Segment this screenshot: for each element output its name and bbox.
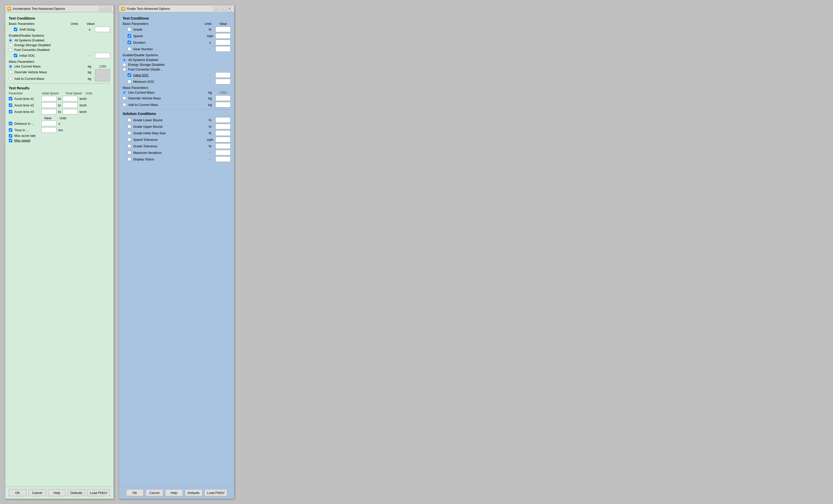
app-icon-2: M [121, 7, 125, 11]
add-mass-label-2: Add to Current Mass [128, 103, 205, 107]
ok-button-1[interactable]: OK [9, 489, 26, 496]
window2-content: Test Conditions Basic Parameters Units V… [119, 12, 234, 486]
energy-storage-row: Energy Storage Disabled [9, 43, 110, 47]
solution-conditions-title: Solution Conditions [123, 112, 231, 116]
grade-test-window: M Grade Test Advanced Options — □ ✕ Test… [119, 5, 234, 499]
all-systems-radio-2[interactable] [123, 58, 126, 62]
override-mass-value[interactable]: 1350 [95, 69, 110, 75]
fuel-converter-radio[interactable] [9, 48, 12, 52]
add-mass-value[interactable]: 0 [95, 76, 110, 81]
duration-checkbox[interactable] [127, 41, 131, 44]
time-checkbox[interactable] [9, 128, 12, 132]
load-pngv-button-2[interactable]: Load PNGV [205, 489, 227, 496]
maximize-button-2[interactable]: □ [220, 6, 225, 11]
grade-initial-step-checkbox[interactable] [127, 131, 131, 135]
grade-upper-bound-value[interactable]: 10 [215, 124, 231, 129]
override-mass-radio[interactable] [9, 70, 12, 74]
minimum-soc-checkbox[interactable] [127, 80, 131, 83]
add-mass-label: Add to Current Mass [14, 77, 84, 81]
all-systems-radio[interactable] [9, 39, 12, 42]
override-mass-units: kg [85, 70, 94, 74]
initial-soc-value-2[interactable]: 0.6 [215, 72, 231, 78]
param-header: Parameter [9, 92, 42, 95]
initial-soc-checkbox-2[interactable] [127, 73, 131, 77]
grade-tolerance-value[interactable]: 0.05 [215, 143, 231, 149]
grade-value[interactable]: 6 [215, 27, 231, 32]
use-current-mass-radio[interactable] [9, 65, 12, 68]
minimum-soc-value[interactable]: 0.4 [215, 79, 231, 84]
override-mass-radio-2[interactable] [123, 96, 126, 100]
ok-button-2[interactable]: OK [126, 489, 144, 496]
initial-soc-checkbox-1[interactable] [14, 54, 17, 57]
value-header-1: Value [87, 22, 94, 26]
minimize-button-1[interactable]: — [99, 6, 105, 11]
speed-tolerance-checkbox[interactable] [127, 138, 131, 141]
add-mass-value-2[interactable]: 0 [215, 102, 231, 107]
add-mass-units: kg [85, 77, 94, 81]
duration-value[interactable]: 10 [215, 40, 231, 45]
minimize-button-2[interactable]: — [213, 6, 219, 11]
initial-soc-value-1[interactable]: 0.6 [95, 53, 110, 58]
distance-checkbox[interactable] [9, 122, 12, 125]
load-pngv-button-1[interactable]: Load PNGV [87, 489, 110, 496]
grade-lower-bound-checkbox[interactable] [127, 118, 131, 122]
defaults-button-2[interactable]: Defaults [185, 489, 203, 496]
defaults-button-1[interactable]: Defaults [68, 489, 85, 496]
accel2-checkbox[interactable] [9, 103, 12, 107]
speed-value[interactable]: 50 [215, 33, 231, 39]
display-status-value[interactable]: 0 [215, 156, 231, 162]
shift-delay-value[interactable]: 0.2 [95, 27, 110, 32]
all-systems-label: All Systems Enabled [14, 39, 44, 42]
max-iterations-value[interactable]: 25 [215, 150, 231, 155]
gear-number-value[interactable]: 1 [215, 46, 231, 52]
grade-lower-bound-value[interactable]: 0 [215, 117, 231, 123]
cancel-button-1[interactable]: Cancel [28, 489, 46, 496]
time-value[interactable]: 0.4 [42, 127, 56, 133]
title-controls-1: — □ [99, 6, 112, 11]
accel3-final[interactable]: 137 [63, 109, 78, 115]
use-current-mass-row: Use Current Mass kg 1350 [9, 65, 110, 68]
accel1-label: Accel time #1 [14, 97, 34, 101]
speed-checkbox[interactable] [127, 34, 131, 37]
use-current-mass-radio-2[interactable] [123, 91, 126, 94]
max-iterations-label: Maximum Iterations [133, 151, 205, 155]
mass-params-title-1: Mass Parameters [9, 60, 110, 64]
max-accel-rate-checkbox[interactable] [9, 134, 12, 137]
energy-storage-radio[interactable] [9, 44, 12, 47]
display-status-checkbox[interactable] [127, 157, 131, 161]
grade-upper-bound-checkbox[interactable] [127, 125, 131, 128]
accel1-checkbox[interactable] [9, 97, 12, 100]
app-icon-1: M [7, 7, 11, 11]
grade-lower-bound-units: % [206, 118, 214, 122]
cancel-button-2[interactable]: Cancel [146, 489, 163, 496]
accel1-final[interactable]: 100 [63, 96, 78, 101]
help-button-2[interactable]: Help [165, 489, 183, 496]
add-mass-radio-2[interactable] [123, 103, 126, 106]
initial-speed-header: Initial Speed [42, 92, 59, 95]
dist-units-header: Units [60, 117, 66, 120]
help-button-1[interactable]: Help [48, 489, 66, 496]
gear-number-checkbox[interactable] [127, 47, 131, 51]
grade-initial-step-value[interactable]: 1 [215, 130, 231, 136]
accel3-checkbox[interactable] [9, 110, 12, 114]
add-mass-radio[interactable] [9, 77, 12, 80]
close-button-2[interactable]: ✕ [227, 6, 232, 11]
grade-checkbox[interactable] [127, 28, 131, 31]
shift-delay-checkbox[interactable] [14, 28, 17, 31]
energy-storage-radio-2[interactable] [123, 63, 126, 67]
override-mass-value-2[interactable]: 1350 [215, 95, 231, 101]
initial-soc-units-1: -- [85, 54, 94, 57]
accel2-final[interactable]: 100 [63, 102, 78, 108]
max-speed-checkbox[interactable] [9, 139, 12, 142]
speed-tolerance-value[interactable]: 0.01 [215, 137, 231, 142]
max-speed-row: Max speed [9, 138, 110, 142]
accel3-initial[interactable]: 0 [42, 109, 56, 115]
maximize-button-1[interactable]: □ [106, 6, 112, 11]
accel1-initial[interactable]: 0 [42, 96, 56, 101]
max-iterations-checkbox[interactable] [127, 151, 131, 154]
grade-tolerance-checkbox[interactable] [127, 144, 131, 148]
gear-number-units: -- [206, 47, 214, 51]
fuel-converter-radio-2[interactable] [123, 68, 126, 71]
distance-value[interactable]: 5 [42, 121, 56, 126]
accel2-initial[interactable]: 65 [42, 102, 56, 108]
